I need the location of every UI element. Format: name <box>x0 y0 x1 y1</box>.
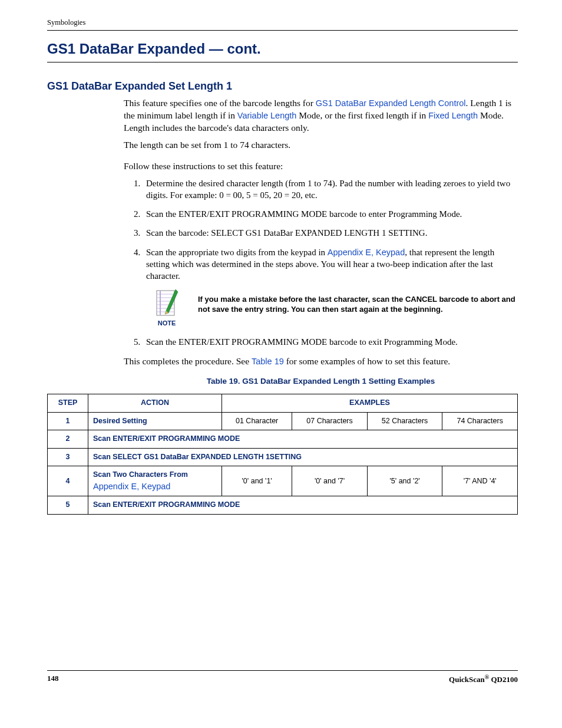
cell-example: '0' and '1' <box>222 466 292 496</box>
cell-action-wide: Scan SELECT GS1 DataBar EXPANDED LENGTH … <box>88 448 518 466</box>
cell-example: 01 Character <box>222 412 292 430</box>
text: QD2100 <box>489 676 518 684</box>
cell-step: 5 <box>48 496 88 515</box>
header-step: STEP <box>48 394 88 413</box>
cell-action: Scan Two Characters From Appendix E, Key… <box>88 466 222 496</box>
cell-example: 07 Characters <box>292 412 368 430</box>
cell-action: Desired Setting <box>88 412 222 430</box>
link-variable-length[interactable]: Variable Length <box>237 111 297 120</box>
instruction-list: Determine the desired character length (… <box>124 177 518 348</box>
link-appendix-keypad-table[interactable]: Appendix E, Keypad <box>93 482 170 491</box>
text: This completes the procedure. See <box>124 356 252 366</box>
note-block: NOTE If you make a mistake before the la… <box>146 287 518 328</box>
cell-step: 3 <box>48 448 88 466</box>
paragraph-intro: This feature specifies one of the barcod… <box>124 97 518 134</box>
cell-step: 2 <box>48 430 88 449</box>
cell-example: '5' and '2' <box>367 466 442 496</box>
examples-table: STEP ACTION EXAMPLES 1 Desired Setting 0… <box>47 394 518 515</box>
table-caption: Table 19. GS1 DataBar Expanded Length 1 … <box>124 376 518 387</box>
link-fixed-length[interactable]: Fixed Length <box>428 111 478 120</box>
cell-action-wide: Scan ENTER/EXIT PROGRAMMING MODE <box>88 430 518 449</box>
step-3: Scan the barcode: SELECT GS1 DataBar EXP… <box>143 227 518 239</box>
step-5: Scan the ENTER/EXIT PROGRAMMING MODE bar… <box>143 336 518 348</box>
cell-action-wide: Scan ENTER/EXIT PROGRAMMING MODE <box>88 496 518 515</box>
step-2: Scan the ENTER/EXIT PROGRAMMING MODE bar… <box>143 208 518 220</box>
product-name: QuickScan® QD2100 <box>449 673 518 686</box>
cell-example: 74 Characters <box>442 412 518 430</box>
page-footer: 148 QuickScan® QD2100 <box>47 670 518 686</box>
cell-example: '0' and '7' <box>292 466 368 496</box>
page: Symbologies GS1 DataBar Expanded — cont.… <box>0 0 562 728</box>
note-text: If you make a mistake before the last ch… <box>187 287 518 315</box>
link-appendix-keypad[interactable]: Appendix E, Keypad <box>328 248 405 257</box>
section-heading: GS1 DataBar Expanded Set Length 1 <box>47 79 518 94</box>
text: QuickScan <box>449 676 485 684</box>
body-content: This feature specifies one of the barcod… <box>124 97 518 367</box>
cell-example: '7' AND '4' <box>442 466 518 496</box>
link-table-19[interactable]: Table 19 <box>252 357 284 366</box>
page-number: 148 <box>47 673 59 686</box>
notepad-icon <box>154 287 179 318</box>
header-action: ACTION <box>88 394 222 413</box>
header-examples: EXAMPLES <box>222 394 518 413</box>
paragraph-range: The length can be set from 1 to 74 chara… <box>124 139 518 151</box>
cell-step: 1 <box>48 412 88 430</box>
cell-step: 4 <box>48 466 88 496</box>
link-length-control[interactable]: GS1 DataBar Expanded Length Control <box>316 98 466 108</box>
step-1: Determine the desired character length (… <box>143 177 518 202</box>
text: Mode, or the first fixed length if in <box>296 110 428 120</box>
paragraph-instructions: Follow these instructions to set this fe… <box>124 160 518 173</box>
note-label: NOTE <box>146 319 187 328</box>
cell-example: 52 Characters <box>367 412 442 430</box>
table-header-row: STEP ACTION EXAMPLES <box>48 394 518 413</box>
text: for some examples of how to set this fea… <box>284 356 450 366</box>
running-header: Symbologies <box>47 18 518 31</box>
note-icon-column: NOTE <box>146 287 187 328</box>
table-row: 1 Desired Setting 01 Character 07 Charac… <box>48 412 518 430</box>
table-row: 2 Scan ENTER/EXIT PROGRAMMING MODE <box>48 430 518 449</box>
closing-paragraph: This completes the procedure. See Table … <box>124 355 518 368</box>
table-row: 5 Scan ENTER/EXIT PROGRAMMING MODE <box>48 496 518 515</box>
text: This feature specifies one of the barcod… <box>124 98 316 108</box>
table-row: 3 Scan SELECT GS1 DataBar EXPANDED LENGT… <box>48 448 518 466</box>
table-row: 4 Scan Two Characters From Appendix E, K… <box>48 466 518 496</box>
text: Scan the appropriate two digits from the… <box>146 248 328 257</box>
step-4: Scan the appropriate two digits from the… <box>143 246 518 328</box>
text: Scan Two Characters From <box>93 470 188 479</box>
page-title: GS1 DataBar Expanded — cont. <box>47 39 518 63</box>
